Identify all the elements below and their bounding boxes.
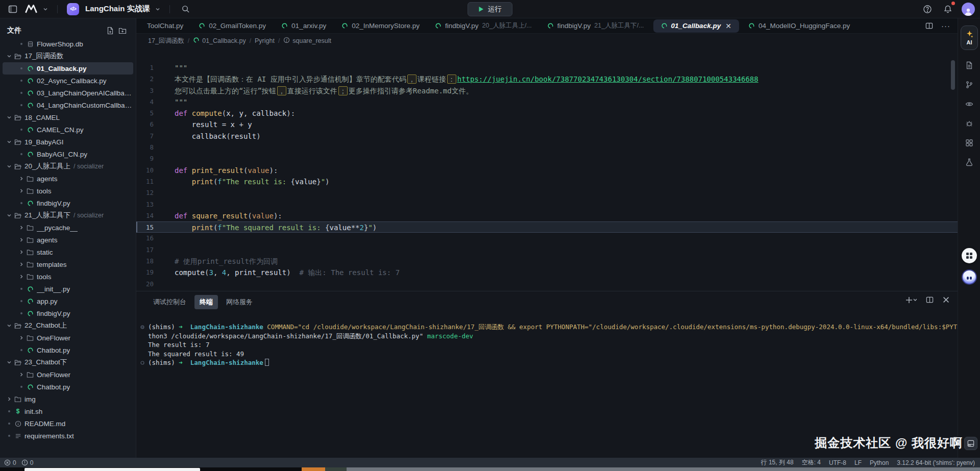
tree-item[interactable]: 21_人脉工具下/ socializer [0, 209, 136, 221]
python-interpreter-status[interactable]: 3.12.2 64-bit ('shims': pyenv) [897, 459, 975, 466]
language-mode-status[interactable]: Python [870, 459, 889, 466]
breadcrumb-item[interactable]: Pyright [255, 37, 275, 44]
chevron-right-icon[interactable] [17, 225, 26, 230]
tab-close-icon[interactable]: ✕ [725, 22, 731, 30]
tree-item[interactable]: agents [0, 234, 136, 246]
tree-item[interactable]: Chatbot.py [0, 381, 136, 393]
tree-item[interactable]: __pycache__ [0, 221, 136, 234]
eol-status[interactable]: LF [854, 459, 862, 466]
terminal-output[interactable]: (shims) ➜ LangChain-shizhanke COMMAND="c… [136, 323, 958, 367]
tree-item[interactable]: 03_LangChainOpenAICallback... [0, 87, 136, 99]
editor-tab[interactable]: findbigV.py21_人脉工具下/... [540, 18, 652, 34]
tree-item[interactable]: templates [0, 258, 136, 270]
chevron-right-icon[interactable] [17, 372, 26, 377]
split-panel-icon[interactable] [926, 296, 934, 304]
new-terminal-icon[interactable] [905, 296, 917, 304]
tests-icon[interactable] [962, 155, 976, 169]
chevron-right-icon[interactable] [17, 250, 26, 255]
editor-scrollbar[interactable] [951, 60, 955, 90]
editor-tab[interactable]: findbigV.py20_人脉工具上/... [427, 18, 540, 34]
encoding-status[interactable]: UTF-8 [829, 459, 846, 466]
tree-item[interactable]: static [0, 246, 136, 258]
breadcrumb-item[interactable]: fsquare_result [283, 37, 331, 45]
warnings-status[interactable]: 0 [21, 459, 34, 466]
apps-grid-button[interactable] [962, 248, 977, 263]
close-panel-icon[interactable] [943, 296, 949, 303]
editor-tab[interactable]: 02_InMemoryStore.py [334, 18, 427, 34]
code-editor[interactable]: 1"""2本文件是【回调函数：在 AI 应用中引入异步通信机制】章节的配套代码，… [136, 48, 958, 291]
help-icon[interactable] [921, 3, 934, 16]
more-actions-icon[interactable]: ··· [941, 21, 950, 30]
tree-item[interactable]: app.py [0, 295, 136, 307]
chevron-right-icon[interactable] [17, 176, 26, 181]
chevron-down-icon[interactable] [5, 139, 13, 144]
chevron-right-icon[interactable] [5, 396, 13, 402]
chevron-down-icon[interactable] [43, 5, 48, 14]
tree-item[interactable]: agents [0, 172, 136, 185]
editor-tab[interactable]: 02_GmailToken.py [191, 18, 274, 34]
panel-tab[interactable]: 网络服务 [221, 295, 258, 309]
tree-item[interactable]: tools [0, 270, 136, 283]
tree-item[interactable]: $init.sh [0, 405, 136, 417]
chevron-down-icon[interactable] [155, 5, 160, 14]
panel-tab[interactable]: 调试控制台 [148, 295, 191, 309]
run-button[interactable]: 运行 [468, 2, 512, 16]
tree-item[interactable]: requirements.txt [0, 430, 136, 442]
chevron-down-icon[interactable] [5, 115, 13, 120]
chevron-down-icon[interactable] [5, 360, 13, 365]
indentation-status[interactable]: 空格: 4 [802, 458, 821, 467]
tree-item[interactable]: img [0, 393, 136, 405]
cursor-position-status[interactable]: 行 15, 列 48 [761, 458, 794, 467]
marscode-logo-icon[interactable] [24, 3, 38, 16]
panel-tab[interactable]: 终端 [194, 295, 218, 309]
extensions-icon[interactable] [962, 136, 976, 150]
project-title[interactable]: LangChain 实战课 [85, 4, 150, 14]
tree-item[interactable]: OneFlower [0, 368, 136, 381]
chevron-down-icon[interactable] [5, 164, 13, 169]
editor-tab[interactable]: ToolChat.py [139, 18, 191, 34]
tree-item[interactable]: 04_LangChainCustomCallback... [0, 99, 136, 111]
tree-item[interactable]: findbigV.py [0, 197, 136, 209]
chevron-right-icon[interactable] [17, 335, 26, 340]
tree-item[interactable]: 17_回调函数 [0, 50, 136, 62]
tree-item[interactable]: 22_Chatbot上 [0, 319, 136, 332]
chevron-right-icon[interactable] [17, 274, 26, 279]
ai-mascot-button[interactable] [962, 269, 977, 285]
user-avatar[interactable] [962, 3, 975, 16]
tree-item[interactable]: tools [0, 185, 136, 197]
docs-icon[interactable] [962, 58, 976, 72]
notifications-bell-icon[interactable] [941, 3, 954, 16]
tree-item[interactable]: 02_Async_Callback.py [0, 75, 136, 87]
preview-icon[interactable] [962, 97, 976, 111]
new-folder-icon[interactable] [116, 24, 129, 37]
chevron-down-icon[interactable] [5, 54, 13, 59]
sidebar-toggle-icon[interactable] [6, 3, 19, 16]
split-editor-icon[interactable] [925, 22, 933, 30]
ai-assistant-button[interactable]: AI [961, 26, 978, 50]
search-icon[interactable] [179, 3, 192, 16]
tree-item[interactable]: README.md [0, 417, 136, 430]
tree-item[interactable]: 18_CAMEL [0, 111, 136, 123]
editor-tab[interactable]: 01_arxiv.py [274, 18, 334, 34]
tree-item[interactable]: CAMEL_CN.py [0, 123, 136, 136]
tree-item[interactable]: 01_Callback.py [3, 62, 133, 75]
tree-item[interactable]: BabyAGI_CN.py [0, 148, 136, 160]
debug-icon[interactable] [962, 116, 976, 131]
tree-item[interactable]: 20_人脉工具上/ socializer [0, 160, 136, 172]
chevron-right-icon[interactable] [17, 188, 26, 193]
chevron-right-icon[interactable] [17, 262, 26, 267]
breadcrumb-item[interactable]: 17_回调函数 [148, 37, 184, 45]
tree-item[interactable]: __init__.py [0, 283, 136, 295]
chevron-right-icon[interactable] [17, 237, 26, 242]
errors-status[interactable]: 0 [4, 459, 16, 466]
chevron-down-icon[interactable] [5, 323, 13, 328]
editor-tab[interactable]: 04_ModelIO_HuggingFace.py [741, 18, 857, 34]
breadcrumb-item[interactable]: 01_Callback.py [193, 37, 246, 45]
tree-item[interactable]: findbigV.py [0, 307, 136, 319]
tree-item[interactable]: FlowerShop.db [0, 38, 136, 50]
course-link[interactable]: https://juejin.cn/book/73877023474361303… [457, 75, 758, 83]
chevron-down-icon[interactable] [5, 213, 13, 218]
tree-item[interactable]: 19_BabyAGI [0, 136, 136, 148]
panel-layout-button[interactable] [964, 437, 977, 450]
new-file-icon[interactable] [104, 24, 116, 37]
